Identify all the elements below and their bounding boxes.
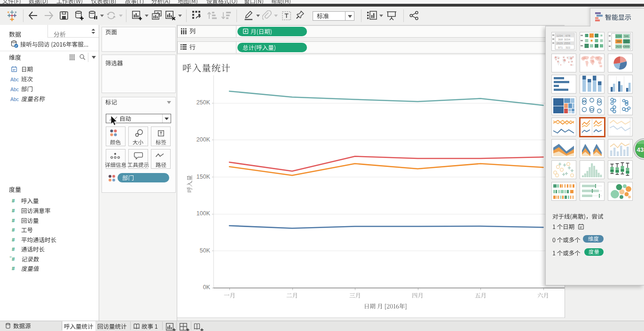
svg-text:368: 368 [616,40,620,43]
svg-text:3034: 3034 [564,38,571,41]
svg-text:546: 546 [624,35,628,38]
svg-text:63690: 63690 [623,45,630,48]
svg-text:2629: 2629 [616,45,621,48]
svg-text:971: 971 [558,46,563,49]
svg-text:31: 31 [625,40,628,43]
svg-text:322: 322 [565,46,571,49]
svg-text:2629: 2629 [557,42,563,45]
svg-text:368: 368 [558,38,563,41]
svg-text:43: 43 [636,146,644,153]
svg-text:2556: 2556 [564,42,571,45]
svg-text:1234: 1234 [616,35,621,38]
svg-text:1234: 1234 [557,34,563,37]
svg-text:678: 678 [565,34,571,37]
